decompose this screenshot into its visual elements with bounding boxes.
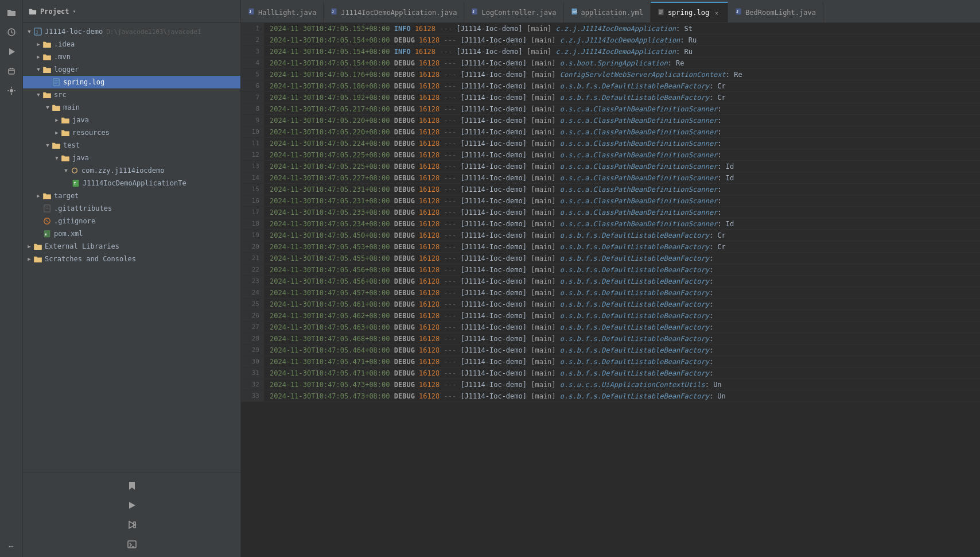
log-row: 172024-11-30T10:47:05.233+08:00 DEBUG 16… [241,207,980,218]
tree-item-com-pkg[interactable]: ▼ com.zzy.j1114iocdemo [23,164,240,177]
recent-files-icon[interactable] [3,24,20,40]
folder-icon-logger [42,65,52,74]
log-row: 62024-11-30T10:47:05.186+08:00 DEBUG 161… [241,80,980,92]
log-class: o.s.b.f.s.DefaultListableBeanFactory [560,392,709,400]
log-class: o.s.b.f.s.DefaultListableBeanFactory [560,277,709,285]
terminal-tool-icon[interactable] [124,536,140,552]
log-line-number: 14 [241,172,264,183]
log-level: DEBUG [394,59,415,67]
log-line-content: 2024-11-30T10:47:05.231+08:00 DEBUG 1612… [264,185,722,194]
log-app: [J1114-Ioc-demo] [460,220,527,228]
log-timestamp: 2024-11-30T10:47:05.450+08:00 [270,231,390,239]
log-thread: [main] [531,358,555,366]
tree-root-item[interactable]: ▼ J J1114-loc-demo D:\javacode1103\javac… [23,25,240,38]
debug-icon[interactable] [3,63,20,79]
log-sep: --- [444,208,456,216]
log-line-content: 2024-11-30T10:47:05.224+08:00 DEBUG 1612… [264,140,722,148]
log-message: : Cr [709,243,726,251]
log-timestamp: 2024-11-30T10:47:05.225+08:00 [270,163,390,171]
tab-log-controller[interactable]: J LogController.java [464,2,563,22]
tab-application-yml[interactable]: yml application.yml [564,2,651,22]
log-app: [J1114-Ioc-demo] [460,105,527,113]
log-class: o.s.b.f.s.DefaultListableBeanFactory [560,82,709,90]
plugins-icon[interactable] [3,83,20,99]
tab-label-application-yml: application.yml [581,9,643,17]
log-timestamp: 2024-11-30T10:47:05.234+08:00 [270,220,390,228]
log-timestamp: 2024-11-30T10:47:05.464+08:00 [270,346,390,354]
target-arrow: ▶ [34,192,42,200]
tab-spring-log[interactable]: spring.log ✕ [651,2,728,22]
tree-item-test-class[interactable]: T J1114IocDemoApplicationTe [23,177,240,189]
log-line-content: 2024-11-30T10:47:05.473+08:00 DEBUG 1612… [264,392,726,400]
bookmarks-tool-icon[interactable] [124,478,140,494]
log-thread: [main] [531,231,555,239]
log-message: : Id [717,163,734,171]
log-level: DEBUG [394,220,415,228]
log-pid: 16128 [419,151,440,159]
tab-label-log-controller: LogController.java [481,9,556,17]
log-pid: 16128 [419,105,440,113]
log-sep: --- [444,369,456,377]
log-level: DEBUG [394,208,415,216]
log-thread: [main] [531,105,555,113]
tree-item-java-main[interactable]: ▶ java [23,114,240,126]
log-app: [J1114-Ioc-demo] [460,59,527,67]
log-row: 332024-11-30T10:47:05.473+08:00 DEBUG 16… [241,390,980,402]
log-thread: [main] [531,266,555,274]
folder-icon-src [42,90,52,99]
log-line-number: 10 [241,126,264,137]
src-label: src [54,91,67,99]
log-pid: 16128 [419,312,440,320]
more-icon[interactable]: … [3,536,20,552]
tree-item-gitignore[interactable]: .gitignore [23,215,240,227]
tab-close-spring-log[interactable]: ✕ [713,9,721,17]
root-path: D:\javacode1103\javacode1 [106,28,201,36]
log-class: o.s.b.f.s.DefaultListableBeanFactory [560,312,709,320]
tree-item-scratches[interactable]: ▶ Scratches and Consoles [23,253,240,265]
log-sep: --- [444,36,456,44]
tree-item-resources[interactable]: ▶ resources [23,126,240,139]
log-line-content: 2024-11-30T10:47:05.186+08:00 DEBUG 1612… [264,82,726,90]
log-row: 52024-11-30T10:47:05.176+08:00 DEBUG 161… [241,69,980,80]
tree-item-logger[interactable]: ▼ logger [23,63,240,76]
tab-hall-light[interactable]: J HallLight.java [241,2,324,22]
tree-item-main[interactable]: ▼ main [23,101,240,114]
tab-bedroom-light[interactable]: J BedRoomLight.java [728,2,823,22]
tree-item-test[interactable]: ▼ test [23,139,240,152]
log-app: [J1114-Ioc-demo] [460,358,527,366]
log-row: 212024-11-30T10:47:05.455+08:00 DEBUG 16… [241,253,980,264]
tree-item-external-libs[interactable]: ▶ External Libraries [23,240,240,253]
log-line-content: 2024-11-30T10:47:05.456+08:00 DEBUG 1612… [264,266,713,274]
run-dashboard-tool-icon[interactable] [124,517,140,533]
tree-item-mvn[interactable]: ▶ .mvn [23,51,240,63]
log-timestamp: 2024-11-30T10:47:05.192+08:00 [270,94,390,102]
log-class: o.s.c.a.ClassPathBeanDefinitionScanner [560,174,718,182]
test-class-label: J1114IocDemoApplicationTe [83,179,186,187]
log-message: : Id [717,174,734,182]
log-timestamp: 2024-11-30T10:47:05.456+08:00 [270,266,390,274]
log-timestamp: 2024-11-30T10:47:05.468+08:00 [270,335,390,343]
log-sep: --- [444,94,456,102]
log-thread: [main] [531,220,555,228]
log-line-number: 5 [241,69,264,80]
log-file-icon [52,78,61,87]
tab-j1114-app[interactable]: J J1114IocDemoApplication.java [324,2,464,22]
log-pid: 16128 [419,392,440,400]
tree-item-src[interactable]: ▼ src [23,88,240,101]
tree-item-pom[interactable]: m pom.xml [23,227,240,240]
tree-item-spring-log[interactable]: spring.log [23,76,240,88]
log-content[interactable]: 12024-11-30T10:47:05.153+08:00 INFO 1612… [241,23,980,557]
log-pid: 16128 [419,197,440,205]
log-message: : Cr [709,94,726,102]
run-config-icon[interactable] [3,44,20,60]
log-level: DEBUG [394,346,415,354]
log-app: [J1114-Ioc-demo] [460,300,527,308]
project-tree: ▼ J J1114-loc-demo D:\javacode1103\javac… [23,23,240,473]
tree-item-target[interactable]: ▶ target [23,189,240,202]
run-tool-icon[interactable] [124,497,140,513]
tree-item-idea[interactable]: ▶ .idea [23,38,240,51]
tree-item-gitattributes[interactable]: .gitattributes [23,202,240,215]
tree-item-java-test[interactable]: ▼ java [23,152,240,164]
folder-icon[interactable] [3,5,20,21]
project-dropdown-arrow[interactable]: ▾ [73,8,76,14]
